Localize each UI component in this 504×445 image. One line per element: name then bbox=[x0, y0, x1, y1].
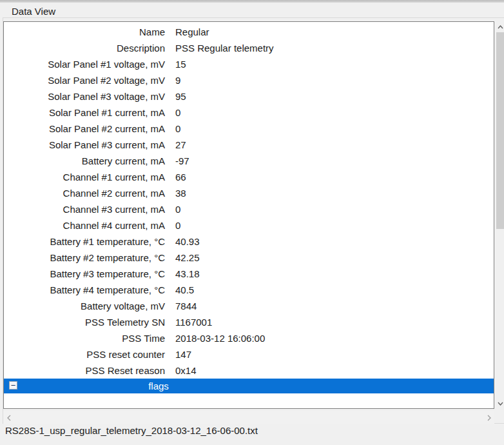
row-value: 7844 bbox=[175, 301, 197, 312]
row-label: Name bbox=[4, 26, 165, 37]
table-row[interactable]: Solar Panel #3 current, mA27 bbox=[4, 137, 494, 153]
row-value: 0x14 bbox=[175, 365, 197, 376]
table-row[interactable]: Battery #1 temperature, °C40.93 bbox=[4, 233, 494, 250]
status-filename: RS28S-1_usp_regular_telemetry_2018-03-12… bbox=[5, 425, 258, 436]
table-row[interactable]: Solar Panel #1 current, mA0 bbox=[4, 104, 494, 121]
horizontal-scrollbar[interactable] bbox=[3, 411, 494, 424]
row-label: Solar Panel #3 current, mA bbox=[4, 139, 165, 150]
data-view-panel: Data View NameRegularDescriptionPSS Regu… bbox=[0, 0, 504, 445]
table-row[interactable]: NameRegular bbox=[4, 24, 494, 40]
row-label: Channel #2 current, mA bbox=[4, 188, 165, 199]
scroll-left-button[interactable] bbox=[3, 411, 14, 424]
row-value: Regular bbox=[175, 26, 209, 37]
telemetry-table[interactable]: NameRegularDescriptionPSS Regular teleme… bbox=[3, 21, 494, 409]
table-row[interactable]: Battery #4 temperature, °C40.5 bbox=[4, 282, 494, 298]
row-label: Battery #2 temperature, °C bbox=[4, 252, 165, 263]
vertical-scrollbar[interactable] bbox=[496, 21, 504, 409]
row-label: Channel #1 current, mA bbox=[4, 172, 165, 183]
row-label: PSS Reset reason bbox=[4, 365, 165, 376]
row-value: 40.93 bbox=[175, 236, 200, 247]
table-row[interactable]: Battery #2 temperature, °C42.25 bbox=[4, 250, 494, 266]
row-value: 15 bbox=[175, 59, 186, 70]
table-row[interactable]: Battery #3 temperature, °C43.18 bbox=[4, 266, 494, 282]
vertical-scrollbar-track[interactable] bbox=[496, 32, 504, 398]
table-row[interactable]: Channel #2 current, mA38 bbox=[4, 185, 494, 201]
table-row[interactable]: Channel #4 current, mA0 bbox=[4, 217, 494, 233]
row-value: 38 bbox=[175, 188, 186, 199]
row-label: PSS Telemetry SN bbox=[4, 317, 165, 328]
row-label: Solar Panel #3 voltage, mV bbox=[4, 91, 165, 102]
row-label: Solar Panel #2 current, mA bbox=[4, 123, 165, 134]
chevron-up-icon bbox=[498, 25, 503, 29]
flags-group-row[interactable]: − flags bbox=[4, 379, 494, 393]
row-value: 0 bbox=[175, 204, 180, 215]
table-row[interactable]: PSS Telemetry SN1167001 bbox=[4, 314, 494, 330]
row-label: Battery #4 temperature, °C bbox=[4, 284, 165, 295]
table-row[interactable]: Channel #3 current, mA0 bbox=[4, 201, 494, 217]
row-value: 43.18 bbox=[175, 268, 200, 279]
chevron-right-icon bbox=[487, 415, 491, 421]
row-value: 0 bbox=[175, 123, 180, 134]
scroll-right-button[interactable] bbox=[483, 411, 494, 424]
vertical-scrollbar-thumb[interactable] bbox=[496, 32, 504, 229]
row-value: 147 bbox=[175, 349, 191, 360]
row-label: Description bbox=[4, 43, 165, 54]
row-value: 27 bbox=[175, 139, 186, 150]
row-label: Solar Panel #1 voltage, mV bbox=[4, 59, 165, 70]
scroll-down-button[interactable] bbox=[496, 398, 504, 409]
row-value: 40.5 bbox=[175, 284, 194, 295]
table-row[interactable]: DescriptionPSS Regular telemetry bbox=[4, 40, 494, 56]
table-row[interactable]: PSS Time2018-03-12 16:06:00 bbox=[4, 330, 494, 346]
table-row[interactable]: Solar Panel #2 voltage, mV9 bbox=[4, 72, 494, 88]
table-row[interactable]: Battery current, mA-97 bbox=[4, 153, 494, 169]
row-value: 2018-03-12 16:06:00 bbox=[175, 333, 265, 344]
row-label: Solar Panel #2 voltage, mV bbox=[4, 75, 165, 86]
row-label: PSS reset counter bbox=[4, 349, 165, 360]
table-row[interactable]: Channel #1 current, mA66 bbox=[4, 169, 494, 185]
table-row[interactable]: PSS Reset reason0x14 bbox=[4, 362, 494, 379]
row-value: 1167001 bbox=[175, 317, 212, 328]
row-value: 9 bbox=[175, 75, 180, 86]
chevron-down-icon bbox=[498, 402, 503, 406]
row-label: Channel #3 current, mA bbox=[4, 204, 165, 215]
data-rows: NameRegularDescriptionPSS Regular teleme… bbox=[4, 22, 494, 379]
table-row[interactable]: PSS reset counter147 bbox=[4, 346, 494, 362]
row-value: 42.25 bbox=[175, 252, 200, 263]
row-value: -97 bbox=[175, 155, 189, 166]
row-label: Battery #3 temperature, °C bbox=[4, 268, 165, 279]
table-row[interactable]: Solar Panel #1 voltage, mV15 bbox=[4, 56, 494, 72]
chevron-left-icon bbox=[7, 415, 11, 421]
row-value: 66 bbox=[175, 172, 186, 183]
row-value: 0 bbox=[175, 220, 180, 231]
table-row[interactable]: Solar Panel #2 current, mA0 bbox=[4, 121, 494, 137]
table-row[interactable]: Solar Panel #3 voltage, mV95 bbox=[4, 88, 494, 104]
row-label: Battery #1 temperature, °C bbox=[4, 236, 165, 247]
row-label: Solar Panel #1 current, mA bbox=[4, 107, 165, 118]
table-row[interactable]: Battery voltage, mV7844 bbox=[4, 298, 494, 314]
flags-group-label: flags bbox=[4, 379, 313, 393]
row-label: Battery voltage, mV bbox=[4, 301, 165, 312]
row-label: PSS Time bbox=[4, 333, 165, 344]
scroll-up-button[interactable] bbox=[496, 21, 504, 32]
row-value: 0 bbox=[175, 107, 180, 118]
row-label: Battery current, mA bbox=[4, 155, 165, 166]
window-edge-strip bbox=[0, 0, 504, 3]
groupbox-title: Data View bbox=[9, 6, 58, 17]
row-value: PSS Regular telemetry bbox=[175, 43, 274, 54]
row-label: Channel #4 current, mA bbox=[4, 220, 165, 231]
row-value: 95 bbox=[175, 91, 186, 102]
